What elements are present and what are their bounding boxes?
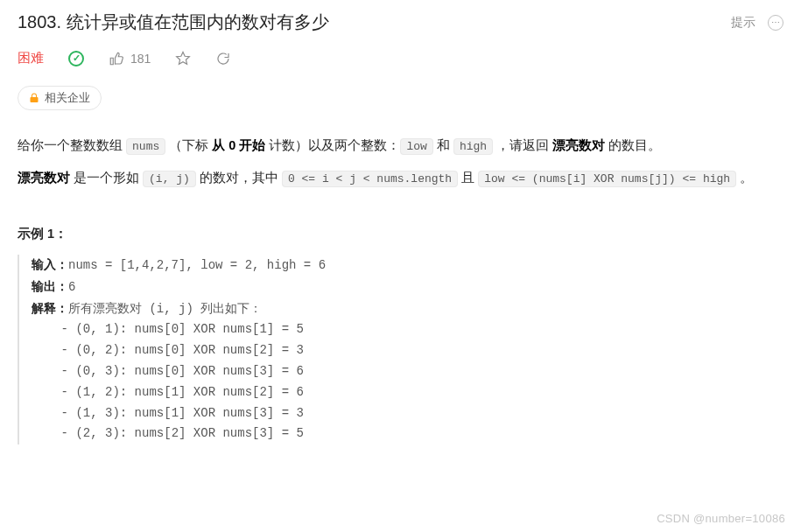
example-line: - (1, 2): nums[1] XOR nums[2] = 6 bbox=[32, 385, 304, 399]
related-companies-pill[interactable]: 相关企业 bbox=[18, 86, 102, 110]
thumbs-up-icon bbox=[109, 51, 124, 66]
description-p1: 给你一个整数数组 nums （下标 从 0 开始 计数）以及两个整数：low 和… bbox=[18, 133, 783, 158]
example-line: - (0, 2): nums[0] XOR nums[2] = 3 bbox=[32, 343, 304, 357]
explain-label: 解释： bbox=[32, 301, 68, 315]
example-block: 输入：nums = [1,4,2,7], low = 2, high = 6 输… bbox=[18, 255, 783, 444]
example-line: - (0, 3): nums[0] XOR nums[3] = 6 bbox=[32, 364, 304, 378]
solved-icon[interactable]: ✓ bbox=[68, 51, 84, 66]
header-actions: 提示 ⋯ bbox=[731, 15, 783, 31]
code-inline: 0 <= i < j < nums.length bbox=[282, 171, 458, 187]
lock-icon bbox=[29, 93, 39, 103]
example-line: - (1, 3): nums[1] XOR nums[3] = 3 bbox=[32, 406, 304, 420]
output-label: 输出： bbox=[32, 279, 68, 293]
code-inline: (i, j) bbox=[143, 171, 196, 187]
more-icon[interactable]: ⋯ bbox=[768, 15, 783, 31]
like-count: 181 bbox=[130, 52, 151, 66]
example-explain-head: 所有漂亮数对 (i, j) 列出如下： bbox=[68, 302, 262, 316]
code-inline: high bbox=[453, 138, 493, 155]
input-label: 输入： bbox=[32, 257, 68, 271]
watermark: CSDN @number=10086 bbox=[657, 512, 785, 525]
example-output: 6 bbox=[68, 280, 75, 294]
description-p2: 漂亮数对 是一个形如 (i, j) 的数对，其中 0 <= i < j < nu… bbox=[18, 165, 783, 191]
example-input: nums = [1,4,2,7], low = 2, high = 6 bbox=[68, 258, 326, 272]
company-label: 相关企业 bbox=[45, 90, 90, 106]
meta-row: 困难 ✓ 181 bbox=[18, 50, 783, 66]
code-inline: nums bbox=[126, 138, 165, 155]
example-line: - (2, 3): nums[2] XOR nums[3] = 5 bbox=[32, 426, 304, 440]
hint-button[interactable]: 提示 bbox=[731, 15, 755, 31]
problem-title: 1803. 统计异或值在范围内的数对有多少 bbox=[18, 10, 329, 34]
example-title: 示例 1： bbox=[18, 226, 783, 242]
code-inline: low bbox=[400, 138, 432, 155]
difficulty-label: 困难 bbox=[18, 50, 44, 66]
share-icon[interactable] bbox=[215, 51, 231, 66]
example-line: - (0, 1): nums[0] XOR nums[1] = 5 bbox=[32, 322, 304, 336]
like-button[interactable]: 181 bbox=[109, 51, 151, 66]
header-row: 1803. 统计异或值在范围内的数对有多少 提示 ⋯ bbox=[18, 10, 783, 34]
star-icon[interactable] bbox=[175, 51, 191, 66]
code-inline: low <= (nums[i] XOR nums[j]) <= high bbox=[478, 171, 736, 187]
